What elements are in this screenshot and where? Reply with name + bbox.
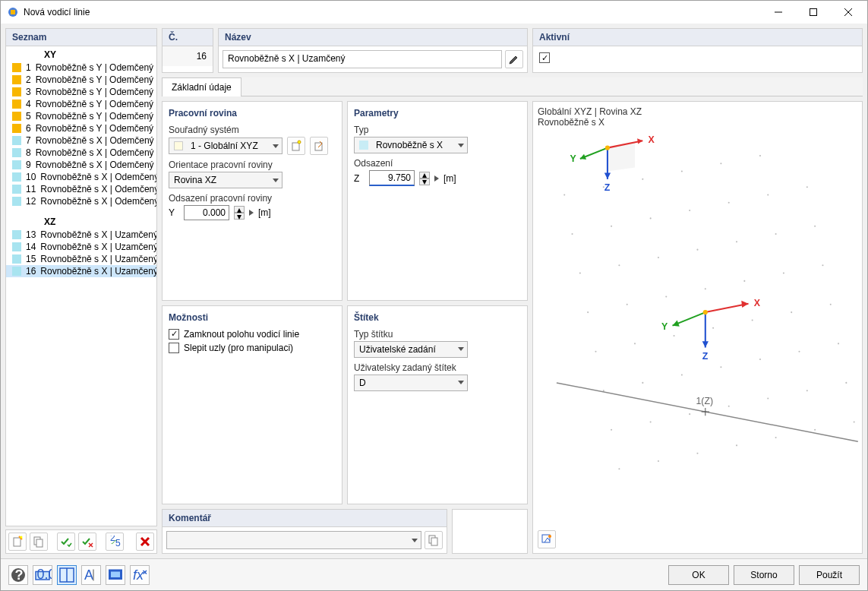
svg-point-75 (854, 421, 855, 422)
tree-item[interactable]: 13Rovnoběžně s X | Uzamčený (6, 229, 156, 241)
svg-point-49 (634, 343, 636, 344)
svg-text:X: X (754, 298, 761, 308)
color-swatch (12, 124, 21, 133)
svg-point-48 (595, 351, 596, 352)
new-item-button[interactable] (8, 533, 27, 551)
wp-offset-spinner[interactable]: ▴▾ (234, 206, 245, 220)
param-offset-spinner[interactable]: ▴▾ (419, 172, 430, 185)
view-toggle-button[interactable] (57, 565, 77, 585)
cs-edit-button[interactable] (310, 137, 328, 155)
color-swatch (12, 172, 21, 182)
svg-rect-16 (292, 143, 299, 150)
check-out-button[interactable] (78, 533, 96, 551)
wp-offset-input[interactable] (184, 205, 229, 220)
item-label: Rovnoběžně s Y | Odemčený (36, 111, 153, 122)
apply-button[interactable]: Použít (799, 565, 860, 585)
play-icon[interactable] (249, 210, 254, 216)
svg-rect-1 (11, 10, 15, 14)
tree-item[interactable]: 11Rovnoběžně s X | Odemčený (6, 183, 156, 195)
color-swatch (12, 100, 21, 109)
svg-point-38 (736, 241, 737, 242)
active-checkbox[interactable] (539, 52, 550, 63)
tree-group-xy[interactable]: XY (6, 48, 156, 62)
tree-item[interactable]: 8Rovnoběžně s X | Odemčený (6, 147, 156, 159)
color-swatch (12, 242, 21, 251)
text-display-button[interactable]: A (81, 565, 101, 585)
cs-new-button[interactable] (287, 137, 305, 155)
svg-text:Z: Z (604, 182, 611, 193)
copy-item-button[interactable] (30, 533, 48, 551)
type-select[interactable]: Rovnoběžně s X (354, 137, 468, 153)
units-button[interactable]: 0.00 (33, 565, 52, 585)
item-index: 6 (26, 123, 31, 134)
tab-basic-data[interactable]: Základní údaje (162, 77, 241, 96)
cs-label: Souřadný systém (169, 125, 336, 135)
play-icon[interactable] (434, 175, 439, 182)
svg-point-17 (298, 141, 301, 144)
color-swatch (12, 185, 21, 194)
tree-group-xz[interactable]: XZ (6, 215, 156, 229)
number-value[interactable]: 16 (163, 46, 213, 66)
tree-item[interactable]: 12Rovnoběžně s X | Odemčený (6, 195, 156, 207)
comment-library-button[interactable] (425, 531, 443, 549)
tree-item[interactable]: 5Rovnoběžně s Y | Odemčený (6, 110, 156, 122)
orient-select[interactable]: Rovina XZ (169, 172, 282, 188)
cancel-button[interactable]: Storno (734, 565, 794, 585)
delete-button[interactable] (136, 533, 154, 551)
maximize-button[interactable] (796, 1, 831, 24)
tree-item[interactable]: 6Rovnoběžně s Y | Odemčený (6, 122, 156, 134)
edit-name-button[interactable] (505, 50, 523, 68)
glue-checkbox[interactable] (169, 343, 179, 353)
item-index: 4 (26, 99, 31, 109)
tag-type-select[interactable]: Uživatelské zadání (354, 341, 468, 358)
list-header: Seznam (6, 29, 156, 46)
tree-item[interactable]: 7Rovnoběžně s X | Odemčený (6, 134, 156, 147)
function-button[interactable]: fx (130, 565, 150, 585)
cs-select[interactable]: 1 - Globální XYZ (169, 137, 282, 154)
tree-item[interactable]: 15Rovnoběžně s X | Uzamčený (6, 253, 156, 265)
svg-rect-9 (36, 539, 43, 547)
lock-checkbox[interactable] (169, 329, 179, 340)
color-swatch (12, 75, 21, 84)
item-label: Rovnoběžně s Y | Odemčený (36, 62, 153, 73)
svg-text:Z: Z (702, 351, 709, 362)
svg-marker-88 (741, 301, 748, 308)
svg-marker-94 (702, 341, 709, 347)
preview-settings-button[interactable] (538, 530, 556, 548)
preview-3d[interactable]: Globální XYZ | Rovina XZ Rovnoběžně s X (532, 101, 863, 554)
item-label: Rovnoběžně s X | Uzamčený (40, 266, 156, 277)
type-label: Typ (354, 125, 521, 135)
ok-button[interactable]: OK (668, 565, 729, 585)
tree-item[interactable]: 14Rovnoběžně s X | Uzamčený (6, 241, 156, 253)
minimize-button[interactable] (761, 1, 796, 24)
svg-point-53 (791, 311, 792, 313)
tree-item[interactable]: 16Rovnoběžně s X | Uzamčený (6, 265, 156, 277)
item-label: Rovnoběžně s Y | Odemčený (36, 87, 153, 97)
options-header: Možnosti (169, 312, 336, 323)
help-button[interactable]: ? (8, 565, 28, 585)
item-label: Rovnoběžně s X | Odemčený (40, 184, 156, 194)
svg-point-44 (705, 288, 706, 289)
display-mode-button[interactable] (106, 565, 125, 585)
chevron-down-icon (458, 144, 464, 147)
comment-select[interactable] (166, 531, 421, 549)
tree-item[interactable]: 10Rovnoběžně s X | Odemčený (6, 171, 156, 183)
param-offset-input[interactable] (369, 170, 415, 186)
renumber-button[interactable]: 25 (106, 533, 124, 551)
guideline-tree[interactable]: XY 1Rovnoběžně s Y | Odemčený2Rovnoběžně… (6, 46, 156, 526)
tree-item[interactable]: 2Rovnoběžně s Y | Odemčený (6, 74, 156, 86)
svg-point-46 (783, 273, 784, 274)
tree-item[interactable]: 3Rovnoběžně s Y | Odemčený (6, 86, 156, 98)
name-input[interactable]: Rovnoběžně s X | Uzamčený (223, 50, 502, 68)
svg-point-32 (767, 194, 769, 195)
check-in-button[interactable] (57, 533, 75, 551)
close-button[interactable] (831, 1, 866, 24)
tree-item[interactable]: 1Rovnoběžně s Y | Odemčený (6, 62, 156, 74)
tag-user-select[interactable]: D (354, 375, 468, 391)
tree-item[interactable]: 9Rovnoběžně s X | Odemčený (6, 159, 156, 171)
svg-text:Y: Y (570, 153, 576, 164)
item-label: Rovnoběžně s Y | Odemčený (36, 99, 153, 109)
svg-rect-3 (810, 9, 817, 16)
tree-item[interactable]: 4Rovnoběžně s Y | Odemčený (6, 98, 156, 110)
svg-text:0.00: 0.00 (37, 566, 52, 581)
